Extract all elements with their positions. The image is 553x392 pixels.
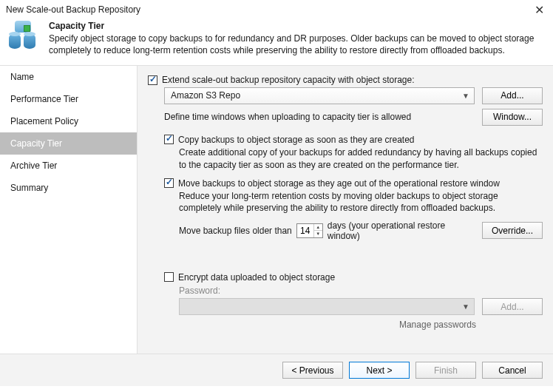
extend-checkbox-label: Extend scale-out backup repository capac… [162,75,415,85]
move-description: Reduce your long-term retention costs by… [148,190,543,214]
manage-passwords-link[interactable]: Manage passwords [399,320,476,330]
arrow-down-icon: ▼ [314,231,322,237]
arrow-up-icon: ▲ [314,224,322,232]
wizard-steps-sidebar: Name Performance Tier Placement Policy C… [0,66,138,354]
capacity-tier-icon [7,21,40,52]
copy-checkbox-label: Copy backups to object storage as soon a… [178,135,415,145]
days-spinner[interactable]: ▲ ▼ [296,223,323,238]
encrypt-checkbox[interactable]: Encrypt data uploaded to object storage [148,271,335,284]
capacity-tier-pane: Extend scale-out backup repository capac… [138,66,553,354]
header: Capacity Tier Specify object storage to … [0,19,553,65]
object-storage-select[interactable]: Amazon S3 Repo ▼ [164,87,475,104]
sidebar-item-name[interactable]: Name [0,66,137,88]
sidebar-item-archive-tier[interactable]: Archive Tier [0,155,137,177]
finish-button: Finish [415,362,476,379]
close-icon[interactable]: ✕ [532,3,547,17]
next-button[interactable]: Next > [349,362,410,379]
copy-checkbox[interactable]: Copy backups to object storage as soon a… [148,133,415,146]
body: Name Performance Tier Placement Policy C… [0,65,553,354]
days-input[interactable] [297,224,313,237]
window-button[interactable]: Window... [482,109,543,126]
password-select: ▼ [179,298,475,315]
page-description: Specify object storage to copy backups t… [49,33,546,56]
override-button[interactable]: Override... [482,222,543,239]
titlebar: New Scale-out Backup Repository ✕ [0,0,553,19]
encrypt-checkbox-label: Encrypt data uploaded to object storage [178,272,335,283]
cancel-button[interactable]: Cancel [482,362,543,379]
copy-description: Create additional copy of your backups f… [148,146,543,170]
add-password-button: Add... [482,298,543,315]
checkbox-icon [164,135,174,144]
checkbox-icon [164,272,174,282]
chevron-down-icon: ▼ [462,303,469,311]
extend-checkbox[interactable]: Extend scale-out backup repository capac… [148,73,415,87]
move-checkbox-label: Move backups to object storage as they a… [178,178,500,189]
sidebar-item-summary[interactable]: Summary [0,177,137,199]
sidebar-item-performance-tier[interactable]: Performance Tier [0,88,137,110]
spinner-arrows[interactable]: ▲ ▼ [313,224,322,237]
sidebar-item-placement-policy[interactable]: Placement Policy [0,110,137,132]
sidebar-item-capacity-tier[interactable]: Capacity Tier [0,132,137,155]
wizard-footer: < Previous Next > Finish Cancel [0,354,553,386]
add-repo-button[interactable]: Add... [482,87,543,104]
previous-button[interactable]: < Previous [282,362,343,379]
object-storage-selected: Amazon S3 Repo [171,90,240,101]
define-windows-label: Define time windows when uploading to ca… [164,112,411,122]
move-suffix-label: days (your operational restore window) [328,220,478,241]
checkbox-icon [164,178,174,188]
header-texts: Capacity Tier Specify object storage to … [49,21,546,56]
page-title: Capacity Tier [49,21,546,31]
window-title: New Scale-out Backup Repository [6,4,140,15]
password-label: Password: [148,285,543,296]
move-prefix-label: Move backup files older than [179,226,292,236]
move-checkbox[interactable]: Move backups to object storage as they a… [148,177,500,190]
chevron-down-icon: ▼ [462,92,469,100]
checkbox-icon [148,75,157,85]
